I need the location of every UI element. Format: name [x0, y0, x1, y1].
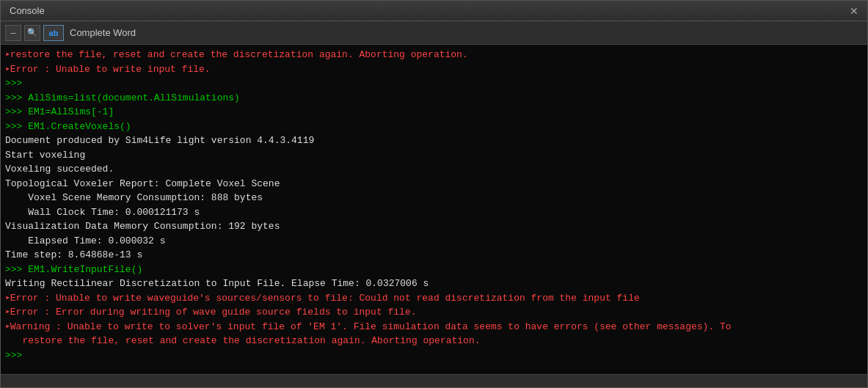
console-window: Console ✕ — 🔍 ab Complete Word ➤restore … [0, 0, 868, 388]
console-line: Wall Clock Time: 0.000121173 s [5, 205, 863, 220]
status-bar [1, 374, 867, 387]
complete-word-icon: ab [49, 29, 59, 37]
console-line: Voxeling succeeded. [5, 162, 863, 177]
arrow-icon: ➤ [5, 293, 10, 305]
console-output[interactable]: ➤restore the file, reset and create the … [1, 45, 867, 374]
console-line: >>> EM1.CreateVoxels() [5, 120, 863, 134]
console-line: Visualization Data Memory Consumption: 1… [5, 219, 863, 234]
toolbar-btn-search[interactable]: 🔍 [24, 25, 40, 41]
console-line: >>> EM1=AllSims[-1] [5, 105, 863, 120]
toolbar: — 🔍 ab Complete Word [1, 21, 867, 45]
console-line: ➤restore the file, reset and create the … [5, 48, 863, 62]
close-button[interactable]: ✕ [847, 5, 861, 17]
console-line: >>> [5, 348, 863, 363]
complete-word-label: Complete Word [70, 27, 136, 38]
console-line: Voxel Scene Memory Consumption: 888 byte… [5, 191, 863, 205]
minus-icon: — [11, 29, 16, 37]
console-line: Time step: 8.64868e-13 s [5, 248, 863, 263]
title-bar: Console ✕ [1, 1, 867, 21]
toolbar-btn-complete[interactable]: ab [43, 25, 64, 41]
arrow-icon: ➤ [5, 64, 10, 76]
console-line: ➤Error : Unable to write input file. [5, 62, 863, 77]
toolbar-btn-1[interactable]: — [5, 25, 21, 41]
window-title: Console [10, 5, 45, 16]
console-line: Document produced by Sim4Life light vers… [5, 133, 863, 148]
console-line: >>> AllSims=list(document.AllSimulations… [5, 91, 863, 106]
console-line: Topological Voxeler Report: Complete Vox… [5, 177, 863, 191]
console-line: Start voxeling [5, 148, 863, 163]
console-line: ➤Error : Unable to write waveguide's sou… [5, 291, 863, 306]
console-line: >>> [5, 76, 863, 91]
search-icon: 🔍 [27, 28, 37, 37]
title-bar-left: Console [7, 5, 45, 16]
console-line: ➤Warning : Unable to write to solver's i… [5, 320, 863, 334]
console-line: Writing Rectilinear Discretization to In… [5, 277, 863, 291]
arrow-icon: ➤ [5, 321, 10, 334]
arrow-icon: ➤ [5, 49, 10, 62]
console-line: ➤Error : Error during writing of wave gu… [5, 305, 863, 320]
console-line: >>> EM1.WriteInputFile() [5, 263, 863, 277]
console-line: Elapsed Time: 0.000032 s [5, 234, 863, 249]
arrow-icon: ➤ [5, 307, 10, 319]
console-line: restore the file, reset and create the d… [5, 334, 863, 348]
